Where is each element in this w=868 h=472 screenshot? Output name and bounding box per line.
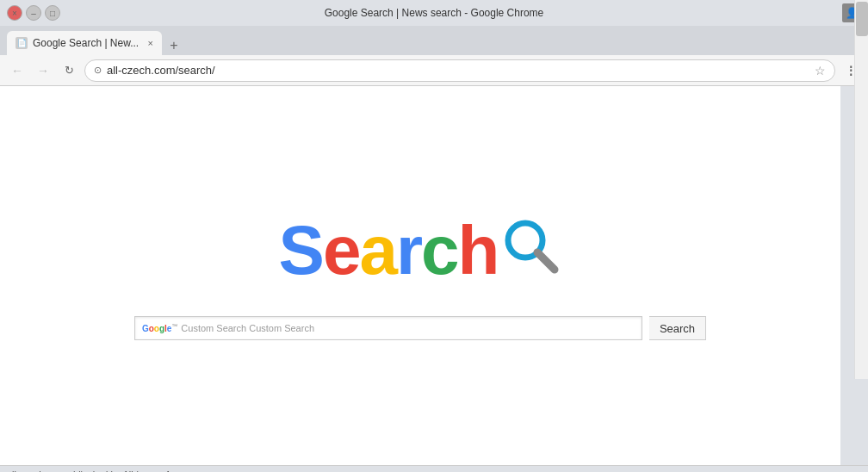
refresh-button[interactable]: ↻ xyxy=(59,60,79,81)
scrollbar[interactable] xyxy=(854,0,868,379)
active-tab[interactable]: 📄 Google Search | New... × xyxy=(7,31,162,55)
logo-letter-h: h xyxy=(458,212,499,289)
back-button[interactable]: ← xyxy=(7,60,28,81)
url-text: all-czech.com/search/ xyxy=(107,64,809,77)
svg-line-1 xyxy=(537,252,555,270)
search-logo-text: Search xyxy=(279,211,499,290)
forward-button[interactable]: → xyxy=(33,60,53,81)
url-bar[interactable]: ⊙ all-czech.com/search/ ☆ xyxy=(84,59,835,82)
tab-favicon: 📄 xyxy=(16,37,28,49)
search-box-area: Google™ Custom Search Custom Search Sear… xyxy=(134,316,706,340)
scrollbar-thumb[interactable] xyxy=(856,2,868,36)
address-bar: ← → ↻ ⊙ all-czech.com/search/ ☆ ⋮ xyxy=(0,55,868,86)
tab-bar: 📄 Google Search | New... × + xyxy=(0,26,868,55)
custom-search-label-text: Custom Search xyxy=(246,323,314,333)
search-input-wrapper[interactable]: Google™ Custom Search Custom Search xyxy=(134,316,642,340)
bookmark-icon[interactable]: ☆ xyxy=(815,64,826,78)
window-title: Google Search | News search - Google Chr… xyxy=(325,7,544,19)
search-logo: Search xyxy=(279,211,562,290)
status-bar: all-czech.com - hijacked by All-in-one A… xyxy=(0,465,868,472)
logo-letter-r: r xyxy=(396,212,421,289)
lock-icon: ⊙ xyxy=(94,65,102,76)
title-bar: × – □ Google Search | News search - Goog… xyxy=(0,0,868,26)
content-wrapper: Search Google™ Custom Search Custom Sear… xyxy=(0,86,868,465)
logo-letter-s: S xyxy=(279,212,323,289)
magnifier-icon xyxy=(501,216,561,276)
new-tab-button[interactable]: + xyxy=(162,36,186,55)
close-button[interactable]: × xyxy=(7,5,22,21)
tab-close-button[interactable]: × xyxy=(148,38,153,48)
logo-letter-e: e xyxy=(323,212,360,289)
maximize-button[interactable]: □ xyxy=(45,5,60,21)
search-button[interactable]: Search xyxy=(649,316,706,340)
google-logo-small: Google™ xyxy=(142,323,177,333)
logo-letter-c: c xyxy=(421,212,458,289)
status-text: all-czech.com - hijacked by All-in-one A… xyxy=(7,469,182,473)
logo-letter-a: a xyxy=(359,212,396,289)
minimize-button[interactable]: – xyxy=(26,5,41,21)
page-content: Search Google™ Custom Search Custom Sear… xyxy=(0,86,840,465)
custom-search-label: Custom Search xyxy=(181,323,246,333)
tab-title: Google Search | New... xyxy=(33,37,139,49)
search-input[interactable] xyxy=(314,322,635,335)
window-controls[interactable]: × – □ xyxy=(7,5,60,21)
